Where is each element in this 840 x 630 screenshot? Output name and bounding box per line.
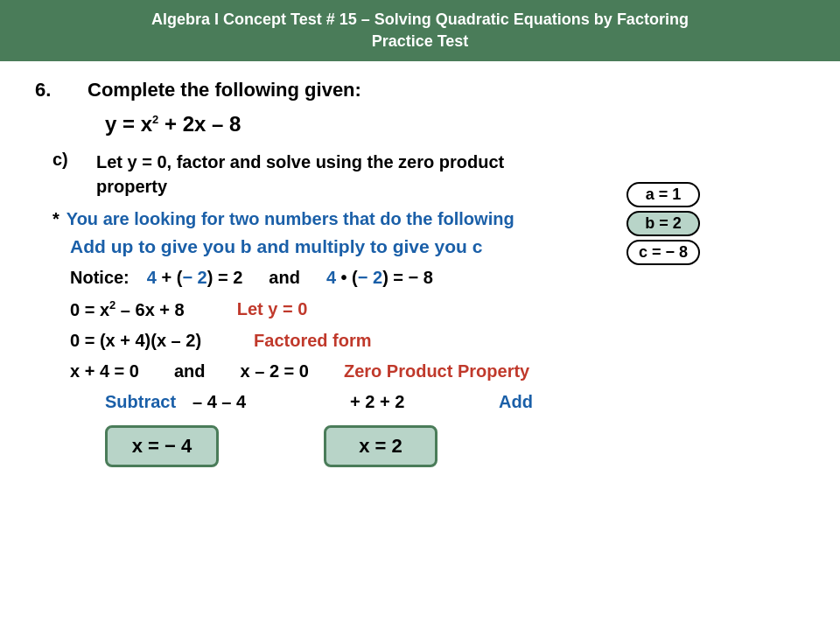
hint2-text: Add up to give you b and multiply to giv… (70, 236, 482, 256)
problem-number: 6. (35, 79, 88, 102)
row3-label: Zero Product Property (344, 361, 529, 382)
part-c-label: c) (52, 150, 96, 199)
row2-equation: 0 = (x + 4)(x – 2) (70, 331, 201, 351)
main-equation: y = x2 + 2x – 8 (105, 112, 241, 136)
row1-label: Let y = 0 (237, 299, 308, 319)
answers-row: x = − 4 x = 2 (105, 425, 805, 467)
page-header: Algebra I Concept Test # 15 – Solving Qu… (0, 0, 840, 61)
abc-values-box: a = 1 b = 2 c = − 8 (626, 182, 700, 265)
row2: 0 = (x + 4)(x – 2) Factored form (70, 331, 805, 351)
subtract-label: Subtract (105, 392, 192, 412)
row3-right: x – 2 = 0 (241, 361, 309, 382)
asterisk-icon: * (52, 209, 60, 229)
b-value: b = 2 (626, 211, 700, 236)
answer-right: x = 2 (324, 425, 438, 467)
row1-equation: 0 = x2 – 6x + 8 (70, 298, 185, 320)
row3: x + 4 = 0 and x – 2 = 0 Zero Product Pro… (70, 361, 805, 382)
answer-left: x = − 4 (105, 425, 219, 467)
problem-instruction: Complete the following given: (88, 79, 361, 102)
notice-and: and (269, 268, 300, 288)
header-line1: Algebra I Concept Test # 15 – Solving Qu… (18, 9, 822, 31)
part-c-text: Let y = 0, factor and solve using the ze… (96, 150, 534, 199)
row1: 0 = x2 – 6x + 8 Let y = 0 (70, 298, 805, 320)
add-values: + 2 + 2 (350, 392, 472, 412)
row3-and: and (174, 361, 206, 382)
subtract-values: – 4 – 4 (192, 392, 332, 412)
notice-eq1: 4 + (− 2) = 2 (147, 268, 243, 288)
row2-label: Factored form (254, 331, 371, 351)
c-value: c = − 8 (626, 240, 700, 265)
notice-eq2: 4 • (− 2) = − 8 (326, 268, 433, 288)
row3-left: x + 4 = 0 (70, 361, 139, 382)
notice-row: Notice: 4 + (− 2) = 2 and 4 • (− 2) = − … (70, 268, 805, 288)
hint1-text: You are looking for two numbers that do … (66, 209, 514, 229)
notice-label: Notice: (70, 268, 130, 288)
add-label: Add (499, 392, 533, 412)
header-line2: Practice Test (18, 31, 822, 52)
a-value: a = 1 (626, 182, 700, 207)
